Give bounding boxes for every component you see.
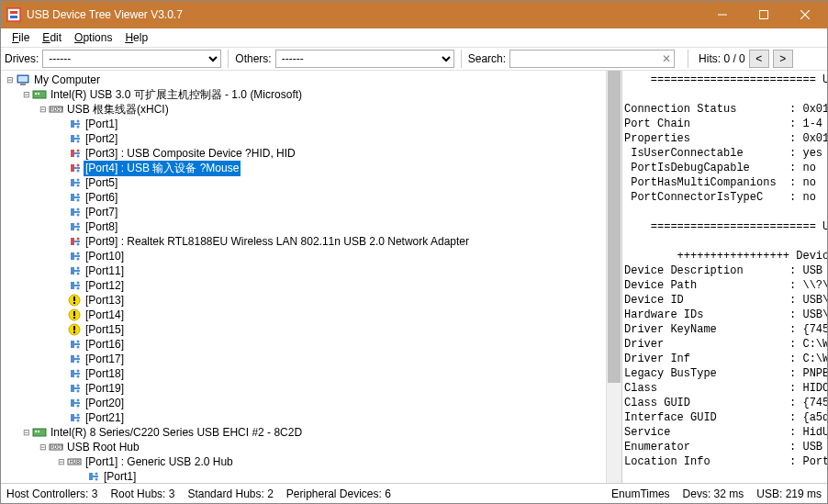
tree-node-host-controller[interactable]: ⊟Intel(R) USB 3.0 可扩展主机控制器 - 1.0 (Micros… xyxy=(1,87,621,102)
search-input[interactable] xyxy=(509,50,675,68)
port-icon xyxy=(67,396,82,410)
tree-node-port[interactable]: [Port9] : Realtek RTL8188EU Wireless LAN… xyxy=(1,234,621,249)
prev-button[interactable]: < xyxy=(749,50,769,68)
close-button[interactable] xyxy=(784,2,825,28)
menu-file[interactable]: File xyxy=(6,29,35,46)
host-icon xyxy=(32,87,47,102)
tree-node-port[interactable]: [Port1] xyxy=(1,469,621,483)
expand-collapse-icon[interactable]: ⊟ xyxy=(38,104,49,115)
svg-rect-55 xyxy=(71,267,74,274)
svg-point-61 xyxy=(77,282,80,285)
tree-node-port[interactable]: [Port8] xyxy=(1,219,621,234)
next-button[interactable]: > xyxy=(773,50,793,68)
window-title: USB Device Tree Viewer V3.0.7 xyxy=(27,8,701,21)
tree-node-label: [Port6] xyxy=(84,191,119,204)
svg-point-38 xyxy=(77,199,80,202)
expand-collapse-icon[interactable]: ⊟ xyxy=(38,442,49,453)
tree-node-port[interactable]: [Port10] xyxy=(1,249,621,263)
status-devs: Devs: 32 ms xyxy=(683,487,744,500)
drives-label: Drives: xyxy=(5,52,39,65)
svg-rect-84 xyxy=(71,385,74,392)
svg-rect-4 xyxy=(759,11,767,19)
tree-node-port[interactable]: [Port16] xyxy=(1,337,621,352)
tree-node-label: [Port16] xyxy=(84,338,126,351)
port-icon xyxy=(67,205,82,219)
expand-collapse-icon[interactable]: ⊟ xyxy=(21,89,32,100)
port-icon xyxy=(67,249,82,263)
tree-node-port[interactable]: [Port2] xyxy=(1,131,621,146)
hits-label: Hits: 0 / 0 xyxy=(699,52,745,65)
tree-node-port[interactable]: [Port4] : USB 输入设备 ?Mouse xyxy=(1,161,621,175)
tree-node-port[interactable]: [Port3] : USB Composite Device ?HID, HID xyxy=(1,146,621,161)
svg-rect-23 xyxy=(71,150,74,157)
menu-help[interactable]: Help xyxy=(119,29,153,46)
tree-node-port[interactable]: [Port19] xyxy=(1,381,621,396)
maximize-button[interactable] xyxy=(743,2,784,28)
tree-node-label: [Port4] : USB 输入设备 ?Mouse xyxy=(84,161,241,176)
tree-node-host-controller[interactable]: ⊟Intel(R) 8 Series/C220 Series USB EHCI … xyxy=(1,425,621,440)
tree-node-port[interactable]: [Port1] xyxy=(1,117,621,131)
svg-rect-47 xyxy=(71,238,74,245)
port-icon xyxy=(67,278,82,293)
svg-rect-88 xyxy=(71,399,74,407)
minimize-button[interactable] xyxy=(701,2,743,28)
svg-rect-0 xyxy=(7,8,20,21)
tree-node-port[interactable]: [Port14] xyxy=(1,308,621,322)
expand-collapse-icon[interactable]: ⊟ xyxy=(21,427,32,438)
tree-node-label: [Port7] xyxy=(84,206,119,218)
svg-rect-65 xyxy=(73,302,75,304)
tree-node-label: [Port20] xyxy=(84,397,126,409)
svg-rect-76 xyxy=(71,355,74,363)
svg-point-79 xyxy=(77,361,80,364)
separator xyxy=(228,50,229,68)
expand-collapse-icon[interactable]: ⊟ xyxy=(56,456,67,467)
tree-node-root-hub[interactable]: ⊟ROOTUSB Root Hub xyxy=(1,440,621,454)
svg-rect-72 xyxy=(71,341,74,348)
tree-node-port[interactable]: [Port6] xyxy=(1,190,621,205)
scrollbar-thumb[interactable] xyxy=(608,71,621,383)
tree-node-port[interactable]: ⊟HUB[Port1] : Generic USB 2.0 Hub xyxy=(1,454,621,469)
tree-node-port[interactable]: [Port11] xyxy=(1,263,621,278)
svg-point-21 xyxy=(77,135,80,138)
menu-edit[interactable]: Edit xyxy=(37,29,67,46)
svg-rect-35 xyxy=(71,194,74,201)
menu-options[interactable]: Options xyxy=(69,29,117,46)
tree-node-label: [Port14] xyxy=(84,308,126,321)
svg-rect-70 xyxy=(73,326,75,330)
tree-node-root-hub[interactable]: ⊟ROOTUSB 根集线器(xHCI) xyxy=(1,102,621,117)
tree-scrollbar[interactable] xyxy=(606,71,621,483)
tree-node-port[interactable]: [Port21] xyxy=(1,410,621,425)
host-icon xyxy=(32,425,47,440)
details-pane[interactable]: ========================= US Connection … xyxy=(621,71,827,483)
svg-rect-92 xyxy=(71,414,74,421)
svg-point-94 xyxy=(77,414,80,417)
svg-point-105 xyxy=(95,473,98,476)
tree-node-label: [Port1] : Generic USB 2.0 Hub xyxy=(84,455,235,468)
tree-node-port[interactable]: [Port17] xyxy=(1,352,621,366)
svg-rect-80 xyxy=(71,370,74,377)
warn-icon xyxy=(67,293,82,308)
tree-node-port[interactable]: [Port7] xyxy=(1,205,621,219)
port-icon xyxy=(67,337,82,352)
titlebar: USB Device Tree Viewer V3.0.7 xyxy=(1,1,827,28)
menubar: File Edit Options Help xyxy=(1,28,827,47)
svg-rect-2 xyxy=(10,16,17,18)
svg-point-29 xyxy=(77,164,80,167)
svg-point-41 xyxy=(77,208,80,211)
expand-collapse-icon[interactable]: ⊟ xyxy=(5,74,16,85)
search-clear-icon[interactable]: ✕ xyxy=(662,52,671,65)
others-select[interactable]: ------ xyxy=(275,50,454,68)
tree-node-my-computer[interactable]: ⊟My Computer xyxy=(1,73,621,87)
tree-node-port[interactable]: [Port15] xyxy=(1,322,621,337)
tree-pane[interactable]: ⊟My Computer⊟Intel(R) USB 3.0 可扩展主机控制器 -… xyxy=(1,71,621,483)
tree-node-port[interactable]: [Port13] xyxy=(1,293,621,308)
tree-node-port[interactable]: [Port20] xyxy=(1,396,621,410)
tree-node-port[interactable]: [Port5] xyxy=(1,175,621,190)
svg-rect-64 xyxy=(73,297,75,301)
others-label: Others: xyxy=(235,52,271,65)
separator xyxy=(688,50,688,68)
tree-node-port[interactable]: [Port12] xyxy=(1,278,621,293)
svg-point-75 xyxy=(77,346,80,349)
drives-select[interactable]: ------ xyxy=(42,50,221,68)
tree-node-port[interactable]: [Port18] xyxy=(1,366,621,381)
